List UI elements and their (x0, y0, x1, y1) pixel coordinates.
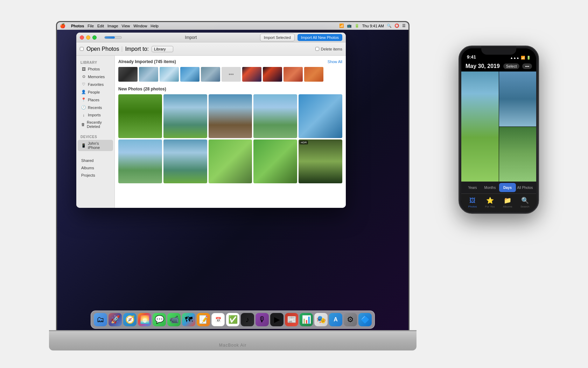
sidebar-item-photos[interactable]: 🖼 Photos (78, 66, 113, 73)
dock-music[interactable]: ♪ (241, 313, 254, 326)
new-photo-4[interactable] (253, 94, 297, 138)
recently-deleted-icon: 🗑 (81, 122, 85, 127)
import-to-dropdown[interactable]: Library (152, 46, 173, 52)
hdr-badge: HDR (300, 141, 308, 144)
import-toolbar: Open Photos Import to: Library Delete it… (76, 42, 346, 56)
menubar-view[interactable]: View (122, 24, 130, 28)
menubar-help[interactable]: Help (150, 24, 159, 28)
sidebar-item-projects[interactable]: Projects (78, 172, 113, 179)
imported-thumb-2[interactable] (139, 67, 158, 82)
menubar-photos[interactable]: Photos (71, 24, 84, 28)
control-center-icon[interactable]: ☰ (402, 23, 406, 28)
sidebar-item-iphone[interactable]: 📱 John's iPhone (78, 140, 113, 151)
imported-thumb-3[interactable] (160, 67, 179, 82)
dock-notes[interactable]: 📝 (197, 313, 210, 326)
sidebar-item-places[interactable]: 📍 Places (78, 96, 113, 103)
iphone-tab-search[interactable]: 🔍 Search (520, 197, 529, 208)
import-all-button[interactable]: Import All New Photos (298, 34, 342, 41)
iphone-main-grid (461, 71, 536, 182)
sidebar-item-favorites[interactable]: ♡ Favorites (78, 81, 113, 88)
new-photo-1[interactable] (118, 94, 162, 138)
places-icon: 📍 (81, 97, 86, 102)
wifi-icon: 📶 (521, 56, 525, 60)
apple-menu-icon[interactable]: 🍎 (60, 23, 65, 28)
sidebar-item-imports[interactable]: ↓ Imports (78, 111, 113, 118)
close-button[interactable] (80, 35, 84, 40)
segment-days[interactable]: Days (499, 183, 516, 192)
open-photos-checkbox[interactable] (80, 47, 84, 51)
dock-launchpad[interactable]: 🚀 (108, 313, 122, 326)
iphone-photo-small-2[interactable] (499, 127, 537, 182)
dock-numbers[interactable]: 📊 (300, 313, 313, 326)
siri-icon[interactable]: ⭕ (394, 23, 399, 28)
dock-finder[interactable]: 🗂 (94, 313, 107, 326)
sidebar-item-recents[interactable]: 🕐 Recents (78, 104, 113, 111)
sidebar-item-shared[interactable]: Shared (78, 157, 113, 164)
fullscreen-button[interactable] (92, 35, 97, 40)
sidebar-item-memories[interactable]: ⊙ Memories (78, 73, 113, 80)
show-all-link[interactable]: Show All (328, 60, 342, 64)
dock-podcasts[interactable]: 🎙 (255, 313, 269, 326)
imported-thumb-4[interactable] (180, 67, 200, 82)
menubar-right: 📶 📺 🔋 Thu 9:41 AM 🔍 ⭕ ☰ (339, 23, 406, 28)
imported-thumb-5[interactable] (201, 67, 220, 82)
iphone-tab-photos[interactable]: 🖼 Photos (468, 197, 477, 208)
new-photo-7[interactable] (163, 139, 207, 183)
dock-settings[interactable]: ⚙ (344, 313, 357, 326)
dock-messages[interactable]: 💬 (153, 313, 166, 326)
dock-appletv[interactable]: ▶ (270, 313, 284, 326)
iphone-photo-small-1[interactable] (499, 71, 537, 127)
photos-icon: 🖼 (81, 67, 86, 71)
battery-icon: 🔋 (355, 23, 359, 28)
iphone-photo-main[interactable] (461, 71, 499, 182)
sidebar-item-albums[interactable]: Albums (78, 164, 113, 171)
dock-keynote[interactable]: 🎭 (314, 313, 328, 326)
sidebar-item-recently-deleted[interactable]: 🗑 Recently Deleted (78, 119, 113, 130)
new-photo-6[interactable] (118, 139, 162, 183)
import-selected-button[interactable]: Import Selected (260, 34, 295, 41)
dock-photos[interactable]: 🌅 (138, 313, 151, 326)
iphone-tab-foryou[interactable]: ⭐ For You (485, 197, 495, 208)
menubar-edit[interactable]: Edit (97, 24, 104, 28)
new-photo-3[interactable] (209, 94, 252, 138)
new-photo-2[interactable] (163, 94, 207, 138)
sidebar-item-people[interactable]: 👤 People (78, 88, 113, 96)
imported-thumb-6[interactable] (242, 67, 261, 82)
segment-months[interactable]: Months (482, 183, 498, 192)
imported-thumb-9[interactable] (304, 67, 323, 82)
imported-thumb-7[interactable] (263, 67, 282, 82)
toolbar-divider (122, 46, 122, 52)
new-photo-5[interactable] (299, 94, 342, 138)
already-imported-grid: ••• (118, 67, 342, 82)
dock-reminders[interactable]: ✅ (226, 313, 239, 326)
imported-thumb-8[interactable] (284, 67, 303, 82)
new-photos-grid: HDR (118, 94, 342, 183)
menubar-file[interactable]: File (88, 24, 94, 28)
delete-items-checkbox[interactable] (315, 47, 319, 51)
new-photo-9[interactable] (253, 139, 297, 183)
recents-icon: 🕐 (81, 105, 86, 110)
dock-appstore[interactable]: A (329, 313, 342, 326)
dock-misc[interactable]: 🔷 (358, 313, 372, 326)
dock: 🗂 🚀 🧭 🌅 💬 📹 🗺 📝 📅 ✅ ♪ 🎙 ▶ 📰 📊 🎭 (91, 311, 375, 329)
tab-albums-label: Albums (503, 205, 512, 208)
dock-safari[interactable]: 🧭 (123, 313, 136, 326)
menubar-image[interactable]: Image (107, 24, 118, 28)
menubar-window[interactable]: Window (133, 24, 147, 28)
iphone-tab-albums[interactable]: 📁 Albums (503, 197, 512, 208)
segment-years[interactable]: Years (464, 183, 481, 192)
dock-news[interactable]: 📰 (285, 313, 298, 326)
search-icon[interactable]: 🔍 (387, 23, 392, 28)
iphone-more-button[interactable]: ••• (522, 63, 532, 69)
imported-thumb-ellipsis[interactable]: ••• (222, 67, 241, 82)
iphone-select-button[interactable]: Select (503, 63, 520, 69)
dock-facetime[interactable]: 📹 (167, 313, 181, 326)
new-photo-8[interactable] (209, 139, 252, 183)
signal-icon: ▲▲▲ (510, 56, 519, 60)
minimize-button[interactable] (86, 35, 90, 40)
new-photo-10[interactable]: HDR (299, 139, 342, 183)
segment-all-photos[interactable]: All Photos (517, 183, 533, 192)
imported-thumb-1[interactable] (118, 67, 138, 82)
dock-calendar[interactable]: 📅 (211, 313, 225, 326)
dock-maps[interactable]: 🗺 (182, 313, 195, 326)
